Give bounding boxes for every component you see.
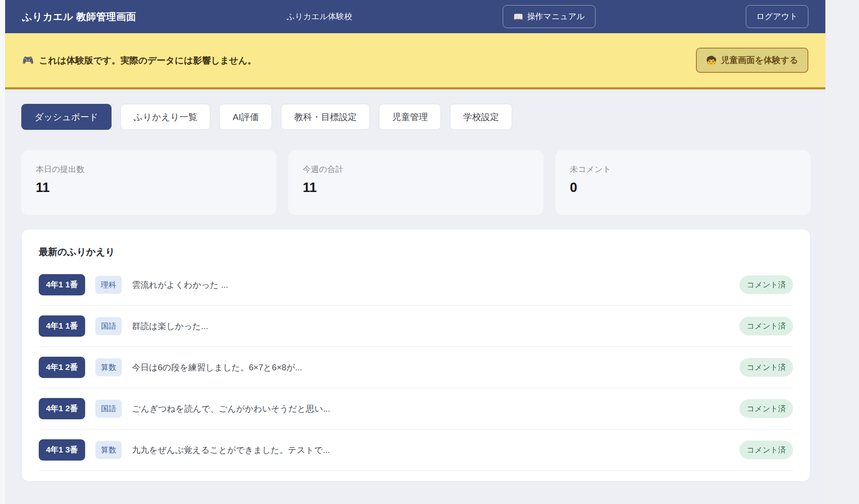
child-icon: 🧒: [706, 55, 717, 66]
student-view-demo-label: 児童画面を体験する: [721, 54, 798, 66]
stat-label: 本日の提出数: [36, 164, 262, 175]
school-name: ふりカエル体験校: [286, 11, 352, 22]
subject-badge: 算数: [95, 358, 122, 376]
status-badge: コメント済: [739, 441, 793, 459]
main-tabs: ダッシュボード ふりかえり一覧 AI評価 教科・目標設定 児童管理 学校設定: [21, 104, 810, 130]
stat-value: 0: [570, 180, 796, 195]
reflection-text: ごんぎつねを読んで、ごんがかわいそうだと思い...: [132, 403, 729, 415]
trial-banner: 🎮 これは体験版です。実際のデータには影響しません。 🧒 児童画面を体験する: [5, 33, 825, 89]
stat-label: 今週の合計: [303, 164, 529, 175]
reflection-row[interactable]: 4年1 2番 国語 ごんぎつねを読んで、ごんがかわいそうだと思い... コメント…: [39, 388, 793, 430]
student-badge: 4年1 1番: [39, 315, 85, 337]
reflection-row[interactable]: 4年1 3番 算数 九九をぜんぶ覚えることができました。テストで... コメント…: [39, 430, 793, 471]
tab-reflection-list[interactable]: ふりかえり一覧: [120, 104, 210, 130]
student-badge: 4年1 2番: [39, 357, 85, 378]
reflection-text: 今日は6の段を練習しました。6×7と6×8が...: [132, 362, 729, 373]
reflection-row[interactable]: 4年1 2番 算数 今日は6の段を練習しました。6×7と6×8が... コメント…: [39, 347, 793, 388]
latest-reflections-card: 最新のふりかえり 4年1 1番 理科 雲流れがよくわかった ... コメント済 …: [21, 229, 810, 481]
stat-value: 11: [36, 180, 262, 195]
app-root: ふりカエル 教師管理画面 ふりカエル体験校 📖 操作マニュアル ログアウト 🎮 …: [5, 0, 825, 504]
book-icon: 📖: [513, 12, 524, 22]
subject-badge: 理科: [95, 276, 122, 294]
reflection-text: 九九をぜんぶ覚えることができました。テストで...: [132, 444, 729, 456]
subject-badge: 国語: [95, 400, 122, 418]
stat-value: 11: [303, 180, 529, 195]
student-badge: 4年1 3番: [39, 439, 85, 461]
trial-message: 🎮 これは体験版です。実際のデータには影響しません。: [22, 54, 256, 66]
window-left-strip: [0, 0, 5, 504]
subject-badge: 算数: [95, 441, 122, 459]
status-badge: コメント済: [739, 358, 793, 377]
manual-button[interactable]: 📖 操作マニュアル: [503, 5, 596, 28]
tab-dashboard[interactable]: ダッシュボード: [21, 104, 112, 130]
stat-card-uncommented: 未コメント 0: [555, 150, 810, 215]
latest-reflections-title: 最新のふりかえり: [39, 246, 793, 258]
reflection-row[interactable]: 4年1 1番 国語 群読は楽しかった... コメント済: [39, 306, 793, 347]
reflection-row[interactable]: 4年1 1番 理科 雲流れがよくわかった ... コメント済: [39, 264, 793, 306]
tab-school-settings[interactable]: 学校設定: [450, 104, 512, 130]
student-badge: 4年1 1番: [39, 274, 85, 295]
reflection-text: 群読は楽しかった...: [132, 321, 729, 332]
stat-card-week-total: 今週の合計 11: [288, 150, 543, 215]
tab-ai-evaluation[interactable]: AI評価: [219, 104, 272, 130]
tab-student-management[interactable]: 児童管理: [379, 104, 441, 130]
manual-button-label: 操作マニュアル: [527, 11, 584, 22]
app-title: ふりカエル 教師管理画面: [22, 10, 136, 23]
tab-subject-goal-settings[interactable]: 教科・目標設定: [281, 104, 370, 130]
game-controller-icon: 🎮: [22, 55, 34, 66]
top-navbar: ふりカエル 教師管理画面 ふりカエル体験校 📖 操作マニュアル ログアウト: [5, 0, 825, 33]
student-badge: 4年1 2番: [39, 398, 85, 419]
reflection-text: 雲流れがよくわかった ...: [132, 279, 729, 291]
stat-card-today-submissions: 本日の提出数 11: [21, 150, 276, 215]
status-badge: コメント済: [739, 317, 793, 335]
trial-message-text: これは体験版です。実際のデータには影響しません。: [39, 54, 256, 66]
student-view-demo-button[interactable]: 🧒 児童画面を体験する: [696, 48, 808, 73]
stat-label: 未コメント: [570, 164, 796, 175]
logout-button[interactable]: ログアウト: [746, 5, 808, 28]
stats-row: 本日の提出数 11 今週の合計 11 未コメント 0: [21, 150, 810, 215]
status-badge: コメント済: [739, 399, 793, 418]
subject-badge: 国語: [95, 317, 122, 335]
status-badge: コメント済: [739, 275, 793, 294]
logout-button-label: ログアウト: [756, 11, 798, 22]
